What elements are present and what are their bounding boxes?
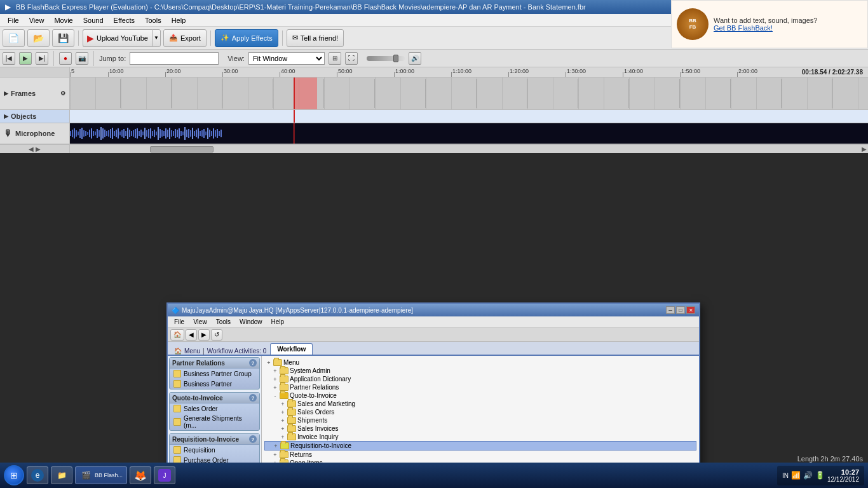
svg-rect-73 — [207, 128, 208, 139]
adempiere-home-button[interactable]: 🏠 — [170, 329, 184, 341]
expand-partner-rel[interactable]: + — [272, 384, 278, 391]
go-end-button[interactable]: ▶| — [36, 52, 48, 65]
tell-friend-button[interactable]: ✉ Tell a friend! — [287, 29, 344, 47]
frames-expand-icon[interactable]: ▶ — [4, 90, 8, 97]
explorer-icon: 📁 — [55, 469, 68, 482]
go-start-button[interactable]: |◀ — [3, 52, 15, 65]
adempiere-titlebar: 🔷 MajuJayaAdmin@Maju Jaya.HQ [MyAppsServ… — [168, 304, 699, 316]
scrollbar-track[interactable]: ▶ — [70, 145, 868, 153]
menu-sound[interactable]: Sound — [78, 15, 109, 25]
tree-item-sales-invoices[interactable]: + Sales Invoices — [264, 424, 696, 433]
breadcrumb-menu[interactable]: Menu — [184, 348, 200, 355]
svg-rect-44 — [152, 131, 153, 136]
adempiere-close[interactable]: ✕ — [686, 306, 695, 314]
adempiere-menu-view[interactable]: View — [189, 318, 211, 326]
expand-quote-invoice[interactable]: - — [272, 393, 278, 399]
partner-relations-expand[interactable]: ? — [249, 359, 257, 367]
menu-file[interactable]: File — [3, 15, 24, 25]
sidebar-item-requisition[interactable]: Requisition — [170, 445, 259, 455]
fit-button[interactable]: ⊞ — [329, 52, 341, 65]
menu-effects[interactable]: Effects — [109, 15, 140, 25]
expand-system-admin[interactable]: + — [272, 368, 278, 374]
svg-rect-18 — [102, 128, 104, 139]
start-button[interactable]: ⊞ — [4, 465, 24, 485]
workflow-tab[interactable]: Workflow — [270, 343, 313, 355]
tree-item-req-invoice[interactable]: + Requisition-to-Invoice — [264, 441, 696, 451]
snapshot-button[interactable]: 📷 — [76, 52, 88, 65]
adempiere-menu-help[interactable]: Help — [268, 318, 288, 326]
play-button[interactable]: ▶ — [19, 52, 32, 65]
so-label: Sales Order — [184, 405, 217, 412]
sidebar-item-business-partner[interactable]: Business Partner — [170, 379, 259, 389]
bb-ad-link[interactable]: Get BB FlashBack! — [714, 24, 773, 32]
expand-sales-orders[interactable]: + — [280, 409, 286, 416]
req-invoice-expand[interactable]: ? — [249, 435, 257, 443]
sidebar-item-business-partner-group[interactable]: Business Partner Group — [170, 369, 259, 379]
expand-shipments[interactable]: + — [280, 417, 286, 424]
expand-returns[interactable]: + — [272, 452, 278, 458]
tree-item-app-dict[interactable]: + Application Dictionary — [264, 375, 696, 383]
sidebar-item-sales-order[interactable]: Sales Order — [170, 403, 259, 414]
taskbar-firefox[interactable]: 🦊 — [130, 466, 151, 484]
quote-invoice-expand[interactable]: ? — [249, 394, 257, 402]
tree-item-quote-invoice[interactable]: - Quote-to-Invoice — [264, 391, 696, 400]
tree-item-sales-marketing[interactable]: + Sales and Marketing — [264, 400, 696, 408]
jump-to-input[interactable] — [130, 52, 219, 65]
menu-tools[interactable]: Tools — [140, 15, 166, 25]
upload-youtube-dropdown[interactable]: ▼ — [152, 29, 161, 47]
tree-item-returns[interactable]: + Returns — [264, 451, 696, 459]
taskbar-flashback[interactable]: 🎬 BB Flash... — [75, 466, 127, 484]
taskbar-app5[interactable]: J — [154, 466, 175, 484]
menu-movie[interactable]: Movie — [49, 15, 78, 25]
tree-item-system-admin[interactable]: + System Admin — [264, 367, 696, 375]
view-label: View: — [227, 55, 245, 62]
upload-youtube-button[interactable]: ▶ Upload YouTube — [83, 29, 152, 47]
frames-settings-icon[interactable]: ⚙ — [60, 90, 65, 97]
view-select[interactable]: Fit Window 25% 50% 75% 100% — [248, 52, 325, 65]
menu-view[interactable]: View — [24, 15, 50, 25]
tree-item-invoice-inquiry[interactable]: + Invoice Inquiry — [264, 433, 696, 441]
adempiere-menu-file[interactable]: File — [170, 318, 188, 326]
adempiere-refresh-button[interactable]: ↺ — [211, 329, 222, 341]
tree-item-shipments[interactable]: + Shipments — [264, 416, 696, 424]
adempiere-minimize[interactable]: ─ — [666, 306, 675, 314]
objects-expand-icon[interactable]: ▶ — [4, 113, 8, 119]
tree-label-sales-invoices: Sales Invoices — [297, 425, 338, 432]
expand-invoice-inquiry[interactable]: + — [280, 434, 286, 440]
scroll-right-arrow[interactable]: ▶ — [862, 146, 867, 152]
expand-app-dict[interactable]: + — [272, 376, 278, 383]
expand-sales-marketing[interactable]: + — [280, 401, 286, 407]
expand-req-invoice[interactable]: + — [273, 443, 279, 449]
apply-effects-button[interactable]: ✨ Apply Effects — [215, 29, 278, 47]
adempiere-menu-window[interactable]: Window — [236, 318, 266, 326]
fullscreen-button[interactable]: ⛶ — [345, 52, 358, 65]
volume-slider[interactable] — [367, 56, 405, 61]
taskbar-explorer[interactable]: 📁 — [51, 466, 72, 484]
workflow-activities-tab[interactable]: Workflow Activities: 0 — [207, 348, 267, 355]
adempiere-forward-button[interactable]: ▶ — [198, 329, 210, 341]
tree-item-sales-orders[interactable]: + Sales Orders — [264, 408, 696, 416]
adempiere-back-button[interactable]: ◀ — [186, 329, 197, 341]
adempiere-maximize[interactable]: □ — [676, 306, 685, 314]
tray-network-icon: 📶 — [791, 471, 801, 480]
expand-menu[interactable]: + — [266, 360, 272, 366]
breadcrumb-menu-icon: 🏠 — [174, 348, 182, 355]
audio-settings-button[interactable]: 🔊 — [409, 52, 421, 65]
bp-label: Business Partner — [184, 381, 232, 388]
export-button[interactable]: 📤 Export — [163, 29, 207, 47]
svg-rect-61 — [184, 127, 186, 140]
save-button[interactable]: 💾 — [52, 29, 74, 47]
adempiere-menu-tools[interactable]: Tools — [212, 318, 234, 326]
tree-item-partner-rel[interactable]: + Partner Relations — [264, 383, 696, 391]
open-button[interactable]: 📂 — [27, 29, 50, 47]
new-button[interactable]: 📄 — [3, 29, 25, 47]
tree-item-menu[interactable]: + Menu — [264, 358, 696, 367]
expand-sales-invoices[interactable]: + — [280, 426, 286, 432]
taskbar-ie[interactable]: e — [27, 466, 48, 484]
scrollbar-thumb[interactable] — [150, 146, 214, 152]
svg-rect-50 — [163, 131, 165, 136]
svg-rect-35 — [135, 129, 136, 138]
menu-help[interactable]: Help — [166, 15, 191, 25]
record-button[interactable]: ● — [59, 52, 72, 65]
sidebar-item-generate-shipments[interactable]: Generate Shipments (m... — [170, 414, 259, 430]
